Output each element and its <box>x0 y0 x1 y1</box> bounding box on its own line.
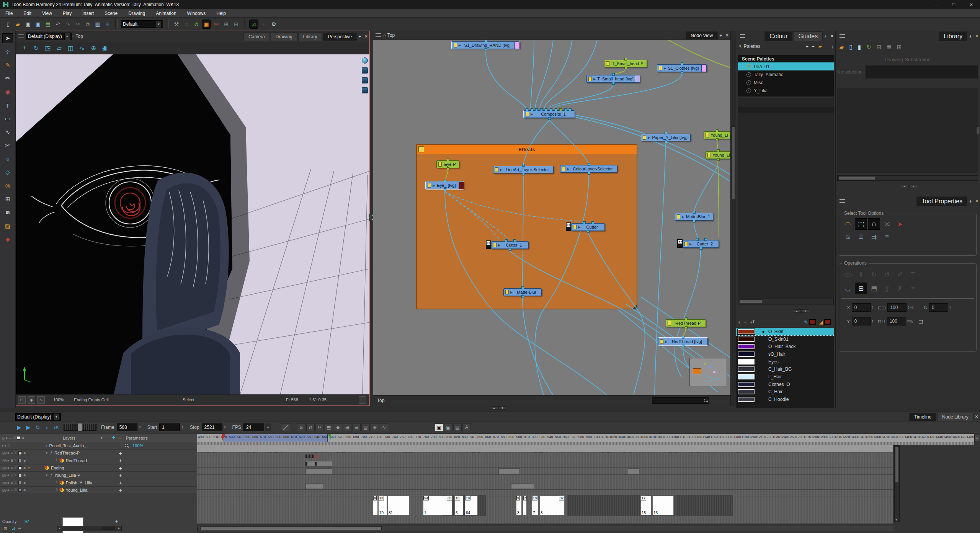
transform-tool-icon[interactable]: ⊹ <box>3 47 13 56</box>
colour-splitter[interactable]: ▲ ▼ <box>793 309 809 313</box>
palette-item-y_lilia[interactable]: ✓Y_Lilia <box>738 87 834 95</box>
close-button[interactable]: ✕ <box>962 0 980 9</box>
brush-tool-icon[interactable]: ✎ <box>3 60 13 70</box>
collapse-down-icon[interactable]: ▼ <box>498 406 506 410</box>
swatch-row-c_hair[interactable]: C_Hair <box>736 388 834 396</box>
node-annotation-box[interactable] <box>684 242 688 246</box>
keyframe-mark[interactable] <box>312 455 314 458</box>
selected-drawing-icon[interactable]: ▣ <box>202 20 211 28</box>
lock-icon[interactable]: ⚿ <box>8 444 10 448</box>
minimize-button[interactable]: – <box>927 0 945 9</box>
node-vscrollbar[interactable] <box>730 31 736 406</box>
collapse-triangle-icon[interactable]: ▼ <box>738 44 742 48</box>
node-port[interactable] <box>624 67 627 69</box>
list-view-icon[interactable]: ≣ <box>887 44 892 51</box>
close-view-icon[interactable]: ✕ <box>363 34 369 39</box>
move-down-icon[interactable]: ↓ <box>830 44 836 49</box>
cutter-option-icon[interactable]: ✄ <box>212 20 220 28</box>
show-sound-icon[interactable]: ⧄ <box>297 423 305 431</box>
colour-square-icon[interactable] <box>17 436 20 440</box>
layer-name[interactable]: Young_Lilia <box>66 488 87 492</box>
solo-icon[interactable]: ● <box>6 436 8 440</box>
drawing-thumbnail[interactable]: 1715 <box>640 495 652 515</box>
opacity-value[interactable]: 97 <box>24 519 29 524</box>
node-port[interactable] <box>509 248 511 251</box>
swatch-row-l_hair[interactable]: L_Hair <box>736 373 834 381</box>
export-image-icon[interactable]: ▤ <box>44 20 52 28</box>
palette-item-lilia_01[interactable]: ✓Lilia_01 <box>738 62 834 70</box>
node-port[interactable] <box>681 62 683 65</box>
layers-icon[interactable]: ≣ <box>10 481 13 485</box>
align-icon[interactable]: ⊤ <box>907 269 919 280</box>
add-parameter-icon[interactable]: + <box>117 487 124 493</box>
lock-icon[interactable]: ⚿ <box>13 436 16 440</box>
node-port[interactable] <box>444 180 446 182</box>
ink-tool-icon[interactable]: ◆ <box>3 235 13 244</box>
open-scene-icon[interactable]: ▰ <box>14 20 22 28</box>
node-port[interactable] <box>545 108 547 111</box>
select-by-colour-icon[interactable]: ➤ <box>894 219 906 229</box>
forward-icon[interactable]: ➜ <box>18 526 21 531</box>
scale-icon[interactable]: ◳ <box>45 44 51 52</box>
node-port[interactable] <box>665 141 667 143</box>
layer-row-pencil_test_audio_[interactable]: ♪●⚿♪Pencil_Test_Audio_ 100% <box>0 442 197 450</box>
node-port[interactable] <box>682 345 684 347</box>
drawing-thumbnail[interactable]: 1379 <box>378 495 387 515</box>
add-view-icon[interactable]: + <box>967 33 973 39</box>
lock-ratio-icon[interactable]: ⊐ <box>918 318 923 325</box>
node-cutter[interactable]: ▶Cutter <box>571 223 605 231</box>
node-annotation-box[interactable] <box>526 112 529 116</box>
arrange-curve-icon[interactable]: ◡ <box>842 283 854 294</box>
add-parameter-icon[interactable]: + <box>117 472 124 479</box>
grid-overlay-icon[interactable]: ⊞ <box>855 283 867 294</box>
tab-perspective[interactable]: Perspective <box>323 33 357 41</box>
audio-volume-value[interactable]: 100% <box>131 443 143 448</box>
solo-icon[interactable]: ● <box>7 459 9 463</box>
snap-magnet-icon[interactable]: ∩ <box>868 219 880 229</box>
tab-library[interactable]: Library <box>939 31 967 41</box>
panel-menu-icon[interactable] <box>18 34 24 38</box>
node-navigator-minimap[interactable] <box>689 358 727 386</box>
preset-combo[interactable]: Default▼ <box>121 20 163 28</box>
drawing-thumbnail[interactable]: 107 <box>532 495 538 515</box>
waves-icon[interactable]: ≈ <box>907 283 919 294</box>
node-annotation-box[interactable] <box>668 321 671 325</box>
node-port[interactable] <box>685 326 688 329</box>
tab-library[interactable]: Library <box>298 33 322 41</box>
swatch-row-o_skin[interactable]: ●O_Skin <box>736 328 834 335</box>
node-canvas[interactable]: Effects <box>373 40 730 395</box>
render-icon[interactable]: ⊿ <box>11 526 15 531</box>
sound-scrub-icon[interactable]: ♪s <box>51 423 60 432</box>
close-view-icon[interactable]: ✕ <box>829 34 835 39</box>
colour-square-icon[interactable] <box>18 481 22 484</box>
tab-colour[interactable]: Colour <box>764 31 792 41</box>
maintain-size-icon[interactable]: ◫ <box>68 44 74 52</box>
node-port[interactable] <box>444 188 446 191</box>
spinner-icon[interactable]: ▲▼ <box>949 306 951 309</box>
node-port[interactable] <box>559 108 562 111</box>
node-port[interactable] <box>531 108 533 111</box>
menu-insert[interactable]: Insert <box>77 9 99 18</box>
node-young_lila[interactable]: Young_Lila <box>706 151 730 159</box>
node-port[interactable] <box>717 149 720 152</box>
colour-square-icon[interactable] <box>18 488 22 492</box>
expand-triangle-icon[interactable]: ▼ <box>45 474 48 477</box>
layer-row-ending[interactable]: ◎◎●≣⚿☻✏Ending+ <box>0 464 197 472</box>
keyframe-mark[interactable] <box>305 462 307 466</box>
paint-tool-icon[interactable]: ▨ <box>3 221 13 231</box>
tab-timeline[interactable]: Timeline <box>909 413 936 421</box>
refresh-icon[interactable]: ↻ <box>866 44 871 51</box>
cutter-tool-icon[interactable]: ✂ <box>3 141 13 150</box>
play-icon[interactable]: ▶ <box>15 423 24 432</box>
person-icon[interactable]: ☻ <box>23 459 26 463</box>
scroll-left-icon[interactable]: ◄ <box>58 526 61 530</box>
eye-icon[interactable]: ◎◎ <box>2 488 6 492</box>
swatch-row-eyes[interactable]: Eyes <box>736 358 834 366</box>
timeline-ruler[interactable]: 4905005105205305405505605705805906006106… <box>197 434 974 442</box>
node-port[interactable] <box>696 238 699 241</box>
layer-row-young_lilia-p[interactable]: ◎◎●≣⚿☻▼ƒYoung_Lilia-P+ <box>0 472 197 479</box>
node-matte-blur[interactable]: ▶Matte-Blur <box>503 288 542 296</box>
solo-icon[interactable]: ● <box>7 473 9 477</box>
remove-colour-icon[interactable]: − <box>742 319 748 325</box>
track-row[interactable] <box>197 445 893 453</box>
